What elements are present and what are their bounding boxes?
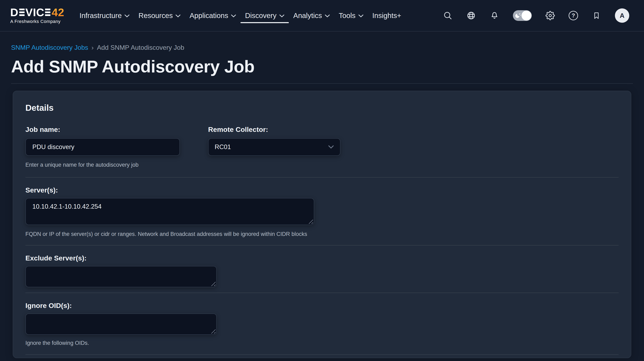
breadcrumb: SNMP Autodiscovery Jobs › Add SNMP Autod… xyxy=(11,44,633,52)
ignore-oids-help: Ignore the following OIDs. xyxy=(26,340,618,346)
notifications-bell-icon[interactable] xyxy=(490,11,500,20)
main-menu: Infrastructure Resources Applications Di… xyxy=(75,0,406,31)
job-name-input[interactable] xyxy=(26,138,180,156)
ignore-oids-textarea[interactable] xyxy=(26,314,217,335)
exclude-servers-label: Exclude Server(s): xyxy=(26,254,618,262)
theme-toggle[interactable] xyxy=(513,10,532,21)
servers-help: FQDN or IP of the server(s) or cidr or r… xyxy=(26,231,618,237)
form-row: Job name: Enter a unique name for the au… xyxy=(26,125,618,168)
globe-icon[interactable] xyxy=(466,11,476,20)
servers-textarea[interactable]: 10.10.42.1-10.10.42.254 xyxy=(26,198,314,225)
page-title: Add SNMP Autodiscovery Job xyxy=(11,57,633,76)
exclude-servers-textarea[interactable] xyxy=(26,266,217,287)
settings-gear-icon[interactable] xyxy=(545,11,555,20)
remote-collector-field: Remote Collector: RC01 xyxy=(208,125,340,168)
job-name-field: Job name: Enter a unique name for the au… xyxy=(26,125,180,168)
selected-option: RC01 xyxy=(215,143,231,151)
details-card: Details Job name: Enter a unique name fo… xyxy=(13,91,631,358)
menu-item-discovery[interactable]: Discovery xyxy=(240,0,289,31)
chevron-down-icon xyxy=(231,14,236,18)
chevron-down-icon xyxy=(325,14,330,18)
nav-actions: ? A xyxy=(443,8,629,23)
menu-item-infrastructure[interactable]: Infrastructure xyxy=(75,0,134,31)
menu-item-insights[interactable]: Insights+ xyxy=(368,0,406,31)
ignore-oids-label: Ignore OID(s): xyxy=(26,301,618,310)
breadcrumb-current: Add SNMP Autodiscovery Job xyxy=(97,44,184,52)
breadcrumb-separator: › xyxy=(91,44,94,52)
search-icon[interactable] xyxy=(443,11,453,20)
chevron-down-icon xyxy=(328,145,334,149)
remote-collector-label: Remote Collector: xyxy=(208,125,340,134)
brand-42: 42 xyxy=(52,7,64,18)
chevron-down-icon xyxy=(358,14,364,18)
menu-item-analytics[interactable]: Analytics xyxy=(289,0,334,31)
menu-item-tools[interactable]: Tools xyxy=(334,0,368,31)
bookmark-icon[interactable] xyxy=(592,11,602,20)
moon-icon xyxy=(514,12,522,19)
breadcrumb-link[interactable]: SNMP Autodiscovery Jobs xyxy=(11,44,88,52)
user-avatar[interactable]: A xyxy=(615,8,629,23)
brand-wordmark: DVIC42 xyxy=(10,7,64,18)
chevron-down-icon xyxy=(280,14,284,18)
title-divider xyxy=(11,83,633,84)
menu-item-resources[interactable]: Resources xyxy=(134,0,185,31)
page-content: SNMP Autodiscovery Jobs › Add SNMP Autod… xyxy=(0,44,644,358)
exclude-servers-field xyxy=(26,266,217,287)
stylized-e-glyph xyxy=(19,8,24,16)
section-divider xyxy=(26,177,618,178)
brand-letter: D xyxy=(10,7,18,18)
stylized-e-glyph xyxy=(45,8,50,16)
chevron-down-icon xyxy=(176,14,180,18)
remote-collector-select[interactable]: RC01 xyxy=(208,138,340,156)
job-name-label: Job name: xyxy=(26,125,180,134)
brand-letters: VIC xyxy=(26,7,44,18)
section-divider xyxy=(26,245,618,246)
brand-tagline: A Freshworks Company xyxy=(10,19,64,24)
app-root: DVIC42 A Freshworks Company Infrastructu… xyxy=(0,0,644,361)
chevron-down-icon xyxy=(124,14,130,18)
servers-field: 10.10.42.1-10.10.42.254 xyxy=(26,198,314,225)
top-nav-bar: DVIC42 A Freshworks Company Infrastructu… xyxy=(0,0,644,32)
help-icon[interactable]: ? xyxy=(568,11,578,20)
section-divider xyxy=(26,292,618,293)
theme-toggle-knob[interactable] xyxy=(522,11,531,20)
device42-logo[interactable]: DVIC42 A Freshworks Company xyxy=(10,7,64,24)
card-heading: Details xyxy=(26,91,618,113)
job-name-help: Enter a unique name for the autodiscover… xyxy=(26,162,180,168)
menu-item-applications[interactable]: Applications xyxy=(185,0,240,31)
ignore-oids-field xyxy=(26,314,217,335)
servers-label: Server(s): xyxy=(26,186,618,194)
section-divider xyxy=(26,354,618,355)
